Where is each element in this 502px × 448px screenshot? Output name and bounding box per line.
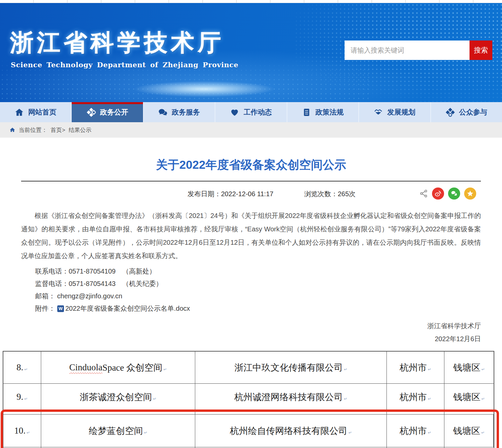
end-of-cell-mark: ↵ xyxy=(153,396,156,401)
share-toolbar xyxy=(419,188,476,200)
table-cell: 10.↵ xyxy=(3,415,41,447)
end-of-cell-mark: ↵ xyxy=(24,367,28,372)
table-cell: Cinduola Space 众创空间↵ xyxy=(41,352,195,383)
main-nav: 网站首页 政务公开 政务服务 工作动态 政策法规 发展规划 xyxy=(0,102,502,122)
signature-org: 浙江省科学技术厅 xyxy=(21,319,481,332)
table-cell: 绘梦蓝创空间↵ xyxy=(41,415,195,447)
end-of-cell-mark: ↵ xyxy=(481,367,485,372)
publish-date: 发布日期：2022-12-06 11:17 xyxy=(188,190,273,199)
end-of-cell-mark: ↵ xyxy=(428,430,431,435)
wechat-icon[interactable] xyxy=(448,188,460,200)
site-banner: 浙江省科学技术厅 Science Technology Department o… xyxy=(0,3,502,102)
breadcrumb-home-link[interactable]: 首页> xyxy=(51,126,65,134)
breadcrumb-current: 结果公示 xyxy=(69,126,91,134)
share-icon[interactable] xyxy=(419,189,428,198)
nav-item-public-participation[interactable]: 公众参与 xyxy=(431,102,502,122)
table-row: 9.↵浙茶诚澄众创空间↵杭州诚澄网络科技有限公司↵杭州市↵钱塘区↵ xyxy=(3,384,494,410)
weibo-icon[interactable] xyxy=(432,188,444,200)
end-of-cell-mark: ↵ xyxy=(344,367,347,372)
contact-email: 邮箱： chengz@zjinfo.gov.cn xyxy=(35,290,481,302)
table-cell: 杭州绘自传网络科技有限公司↵ xyxy=(195,415,387,447)
table-cell: 浙茶诚澄众创空间↵ xyxy=(41,384,195,410)
table-cell: 杭州诚澄网络科技有限公司↵ xyxy=(195,384,387,410)
table-cell: 杭州市↵ xyxy=(387,415,444,447)
end-of-cell-mark: ↵ xyxy=(344,396,347,401)
gov-open-icon xyxy=(87,108,96,117)
table-cell: 钱塘区↵ xyxy=(444,384,494,410)
doc-table-rows: 8.↵Cinduola Space 众创空间↵浙江中玖文化传播有限公司↵杭州市↵… xyxy=(3,352,494,448)
handshake-icon xyxy=(374,108,383,117)
article-body-text: 根据《浙江省众创空间备案管理办法》（浙科发高〔2021〕24号）和《关于组织开展… xyxy=(21,209,481,263)
page-title: 关于2022年度省级备案众创空间公示 xyxy=(21,157,481,173)
nav-item-home[interactable]: 网站首页 xyxy=(0,102,72,122)
table-cell: 浙江中玖文化传播有限公司↵ xyxy=(195,352,387,383)
attachment-link[interactable]: 2022年度省级备案众创空间公示名单.docx xyxy=(65,302,190,315)
table-cell: 钱塘区↵ xyxy=(444,415,494,447)
table-cell: 钱塘区↵ xyxy=(444,352,494,383)
maker-space-table: 8.↵Cinduola Space 众创空间↵浙江中玖文化传播有限公司↵杭州市↵… xyxy=(3,351,494,448)
browser-edge-strip xyxy=(0,0,502,3)
article: 关于2022年度省级备案众创空间公示 发布日期：2022-12-06 11:17… xyxy=(0,157,502,346)
search-button[interactable]: 搜索 xyxy=(470,41,492,60)
end-of-cell-mark: ↵ xyxy=(481,430,485,435)
attachment-label: 附件： xyxy=(35,302,55,315)
end-of-cell-mark: ↵ xyxy=(428,396,431,401)
table-cell: 杭州市↵ xyxy=(387,352,444,383)
nav-item-development-plan[interactable]: 发展规划 xyxy=(359,102,431,122)
view-count: 浏览次数：265次 xyxy=(304,190,355,199)
end-of-cell-mark: ↵ xyxy=(348,430,352,435)
signature-block: 浙江省科学技术厅 2022年12月6日 xyxy=(21,319,481,346)
heart-icon xyxy=(230,108,239,117)
table-row-highlighted: 10.↵绘梦蓝创空间↵杭州绘自传网络科技有限公司↵杭州市↵钱塘区↵ xyxy=(3,415,494,447)
attachment-line: 附件： W 2022年度省级备案众创空间公示名单.docx xyxy=(35,302,481,315)
end-of-cell-mark: ↵ xyxy=(26,430,30,435)
end-of-cell-mark: ↵ xyxy=(428,367,431,372)
end-of-cell-mark: ↵ xyxy=(144,430,147,435)
title-divider xyxy=(21,181,481,181)
nav-item-work-news[interactable]: 工作动态 xyxy=(215,102,287,122)
site-logo-text: 浙江省科学技术厅 xyxy=(10,27,224,59)
contact-phone: 联系电话：0571-87054109 （高新处） xyxy=(35,265,481,278)
breadcrumb-prefix: 当前位置： xyxy=(19,126,47,134)
end-of-cell-mark: ↵ xyxy=(163,367,167,372)
supervise-phone: 监督电话：0571-87054143 （机关纪委） xyxy=(35,278,481,290)
nav-item-gov-open[interactable]: 政务公开 xyxy=(72,102,143,122)
nav-item-policy[interactable]: 政策法规 xyxy=(287,102,359,122)
chat-bubbles-icon xyxy=(158,108,167,117)
word-doc-icon: W xyxy=(57,305,64,312)
article-meta: 发布日期：2022-12-06 11:17 浏览次数：265次 xyxy=(21,188,481,201)
home-small-icon xyxy=(9,127,15,133)
search-input[interactable] xyxy=(345,41,470,60)
nav-item-gov-service[interactable]: 政务服务 xyxy=(144,102,215,122)
end-of-cell-mark: ↵ xyxy=(481,396,485,401)
table-cell: 8.↵ xyxy=(3,352,41,383)
signature-date: 2022年12月6日 xyxy=(21,332,481,346)
document-icon xyxy=(302,108,311,117)
search-bar: 搜索 xyxy=(345,41,492,60)
breadcrumb: 当前位置： 首页> 结果公示 xyxy=(0,122,502,138)
table-cell: 9.↵ xyxy=(3,384,41,410)
contact-block: 联系电话：0571-87054109 （高新处） 监督电话：0571-87054… xyxy=(35,265,481,315)
table-spacer-row xyxy=(3,410,494,415)
end-of-cell-mark: ↵ xyxy=(24,396,28,401)
table-row: 8.↵Cinduola Space 众创空间↵浙江中玖文化传播有限公司↵杭州市↵… xyxy=(3,352,494,384)
participate-icon xyxy=(446,108,455,117)
table-cell: 杭州市↵ xyxy=(387,384,444,410)
site-logo-english: Science Technology Department of Zhejian… xyxy=(11,61,238,69)
qzone-icon[interactable] xyxy=(464,188,476,200)
home-icon xyxy=(15,108,24,117)
